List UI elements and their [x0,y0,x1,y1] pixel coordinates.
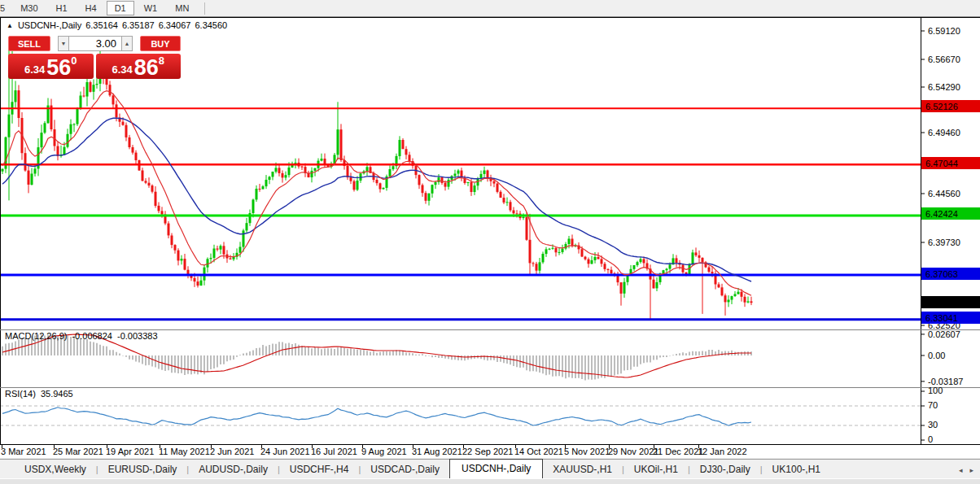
candle-body [321,159,323,161]
volume-input[interactable] [69,36,121,51]
sell-button[interactable]: SELL [8,36,50,51]
date-axis-label: 2 Jun 2021 [210,447,254,456]
candle-body [441,177,444,183]
candle-body [610,270,613,273]
tab-usdx-weekly[interactable]: USDX,Weekly [15,461,96,479]
candle-body [252,199,255,213]
candle-body [174,245,177,251]
candle-body [581,249,584,256]
tab-usdcnh-daily[interactable]: USDCNH-,Daily [449,459,543,479]
candle-body [15,90,17,102]
candle-body [220,246,222,249]
candle-body [93,85,95,92]
date-axis-label: 12 Jan 2022 [698,447,747,456]
candle-body [470,182,473,192]
price-tag-label: 6.37063 [925,269,958,279]
price-axis-tick-label: 6.54290 [928,82,960,92]
tabs-scroll-left-button[interactable]: ◂ [959,466,963,474]
candle-body [41,133,43,147]
chart-background [0,18,980,458]
candle-body [584,257,587,259]
macd-indicator-label: MACD(12,26,9) -0.006824 -0.003383 [5,331,158,341]
candle-body [597,257,600,259]
date-axis-label: 11 May 2021 [159,447,210,456]
candle-body [314,168,317,171]
candle-body [116,104,118,117]
price-axis-tick-label: 6.49460 [928,128,960,137]
tab-ukoil-h1[interactable]: UKOil-,H1 [624,461,688,479]
buy-button[interactable]: BUY [140,36,181,51]
collapse-trade-panel-icon[interactable]: ▲ [7,22,13,29]
candle-body [444,183,447,187]
candle-body [269,177,271,180]
candle-body [731,296,733,299]
tab-usdcad-daily[interactable]: USDCAD-,Daily [361,461,449,479]
candle-body [112,95,115,104]
tab-audusd-daily[interactable]: AUDUSD-,Daily [189,461,278,479]
tab-usdchf-h4[interactable]: USDCHF-,H4 [280,461,359,479]
candle-body [536,264,538,270]
candle-body [155,192,157,206]
chart-header: ▲ USDCNH-,Daily 6.35164 6.35187 6.34067 … [7,20,227,30]
candle-body [77,108,79,124]
price-axis-tick-label: 6.59120 [928,26,960,36]
tab-dj30-daily[interactable]: DJ30-,Daily [690,461,760,479]
macd-value-main: -0.006824 [72,331,112,341]
candle-body [568,239,571,245]
candle-body [278,168,281,173]
candle-body [217,249,219,250]
candle-body [272,172,274,177]
date-axis-label: 31 Aug 2021 [412,447,462,456]
tabs-scroll-right-button[interactable]: ▸ [969,466,973,474]
candle-body [633,265,636,269]
candle-body [483,171,486,174]
buy-price-box[interactable]: 6.34 86 8 [96,54,182,79]
date-axis-label: 22 Sep 2021 [462,447,513,456]
candle-body [620,282,623,294]
candle-body [230,259,232,259]
candle-body [474,185,476,192]
macd-axis-label: 0.02607 [928,329,960,339]
candle-body [73,124,76,125]
candle-body [288,168,291,175]
candle-body [145,181,147,182]
candle-body [750,301,753,303]
candle-body [532,263,535,264]
candle-body [353,181,356,190]
candle-body [184,259,186,270]
candle-body [90,82,92,92]
tab-eurusd-daily[interactable]: EURUSD-,Daily [98,461,187,479]
sell-price-box[interactable]: 6.34 56 0 [8,54,94,79]
candle-body [2,169,4,172]
candle-body [262,186,265,189]
rsi-value: 35.9465 [41,389,73,399]
tab-uk100-h1[interactable]: UK100-,H1 [763,461,830,479]
volume-increase-button[interactable]: ▲ [121,36,133,51]
candle-body [454,174,457,177]
date-axis-label: 16 Jul 2021 [311,447,357,456]
volume-decrease-button[interactable]: ▼ [58,36,69,51]
candle-body [171,236,173,246]
candle-body [207,259,209,267]
candle-body [711,272,714,273]
candle-body [402,140,405,149]
candle-body [500,192,502,198]
price-axis-tick-label: 6.56670 [928,55,960,64]
candle-body [142,171,144,181]
candle-body [607,269,610,270]
tab-xauusd-h1[interactable]: XAUUSD-,H1 [543,461,622,479]
quote-high: 6.35187 [122,20,155,30]
chart-title: USDCNH-,Daily [18,20,81,30]
candle-body [259,189,261,190]
date-axis-label: 3 Mar 2021 [1,447,46,456]
candle-body [542,254,545,262]
candle-body [265,180,268,186]
rsi-axis-label: 30 [928,420,938,429]
candle-body [467,182,470,183]
buy-price-main: 86 [134,57,159,78]
price-tag-label: 6.33041 [925,313,958,323]
price-axis-tick-label: 6.44560 [928,189,960,198]
candle-body [239,247,242,253]
candle-body [637,262,639,265]
candle-body [676,258,678,263]
